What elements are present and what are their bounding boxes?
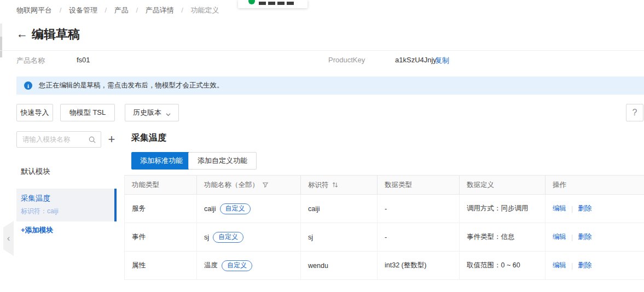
header-data-type: 数据类型: [377, 176, 459, 194]
cell-identifier: wendu: [300, 252, 377, 279]
cell-feature-name: caiji 自定义: [196, 195, 300, 223]
filter-icon[interactable]: [262, 182, 269, 188]
table-row: 服务 caiji 自定义 caiji - 调用方式：同步调用 编辑 | 删除: [125, 195, 644, 223]
cell-data-type: -: [377, 223, 459, 251]
cell-data-type: -: [377, 195, 459, 223]
draft-info-banner: i 您正在编辑的是草稿，需点击发布后，物模型才会正式生效。: [16, 77, 644, 95]
add-module-link[interactable]: +添加模块: [16, 225, 117, 235]
header-actions: 操作: [545, 176, 644, 194]
breadcrumb-separator: /: [60, 6, 62, 14]
cell-actions: 编辑 | 删除: [545, 252, 644, 279]
breadcrumb-separator: /: [105, 6, 107, 14]
custom-badge: 自定义: [222, 260, 252, 271]
cell-data-definition: 事件类型：信息: [459, 223, 545, 251]
cell-data-definition: 取值范围：0 ~ 60: [459, 252, 545, 279]
breadcrumb-separator: /: [181, 6, 183, 14]
custom-badge: 自定义: [213, 232, 243, 243]
delete-link[interactable]: 删除: [578, 261, 591, 270]
copy-productkey-link[interactable]: 复制: [435, 56, 449, 66]
edit-link[interactable]: 编辑: [553, 232, 566, 242]
action-divider: |: [571, 205, 573, 213]
tsl-button[interactable]: 物模型 TSL: [60, 104, 115, 121]
header-divider: [0, 50, 644, 51]
cell-actions: 编辑 | 删除: [545, 195, 644, 223]
custom-badge: 自定义: [220, 203, 251, 214]
page: 物联网平台 / 设备管理 / 产品 / 产品详情 / 功能定义 ← 编辑草稿 产…: [0, 0, 644, 292]
module-identifier: 标识符：caiji: [21, 207, 117, 216]
history-version-label: 历史版本: [133, 108, 161, 118]
header-feature-name: 功能名称（全部）: [196, 176, 300, 194]
history-version-button[interactable]: 历史版本: [125, 104, 179, 121]
info-icon: i: [24, 81, 32, 90]
delete-link[interactable]: 删除: [578, 204, 591, 213]
cell-feature-name: sj 自定义: [196, 223, 300, 251]
clipped-text-mark: [287, 2, 294, 5]
module-title: 采集温度: [131, 132, 166, 144]
breadcrumb-separator: /: [136, 6, 138, 14]
product-key-label: ProductKey: [328, 56, 365, 64]
breadcrumb-item-product[interactable]: 产品: [114, 6, 129, 14]
sidebar-item-selected-module[interactable]: 采集温度 标识符：caiji: [16, 189, 117, 221]
product-name-value: fs01: [77, 56, 90, 64]
product-name-label: 产品名称: [16, 56, 45, 66]
breadcrumb-item-device-mgmt[interactable]: 设备管理: [69, 6, 97, 14]
header-data-definition: 数据定义: [459, 176, 545, 194]
cell-feature-type: 属性: [125, 252, 196, 279]
cell-data-definition: 调用方式：同步调用: [459, 195, 545, 223]
breadcrumb-item-feature-def: 功能定义: [191, 6, 219, 14]
cell-data-type: int32 (整数型): [377, 252, 459, 279]
chevron-down-icon: [166, 110, 171, 115]
sidebar-collapse-handle[interactable]: ‹: [3, 221, 14, 256]
clipped-text-mark: [268, 2, 275, 5]
cell-feature-type: 事件: [125, 223, 196, 251]
clipped-text-mark: [259, 2, 266, 5]
cell-feature-name: 温度 自定义: [196, 252, 300, 279]
cell-actions: 编辑 | 删除: [545, 223, 644, 251]
sort-icon[interactable]: [332, 182, 338, 188]
banner-text: 您正在编辑的是草稿，需点击发布后，物模型才会正式生效。: [39, 81, 224, 90]
cell-feature-type: 服务: [125, 195, 196, 223]
back-arrow-icon[interactable]: ←: [16, 27, 28, 40]
add-module-plus-button[interactable]: +: [106, 132, 118, 147]
module-name: 采集温度: [21, 194, 117, 203]
module-search-box: [16, 131, 101, 148]
cell-identifier: caiji: [300, 195, 377, 223]
feature-table: 功能类型 功能名称（全部） 标识符 数据类型 数据定义 操作 服务 caiji: [124, 175, 644, 280]
edit-link[interactable]: 编辑: [553, 204, 566, 213]
help-button[interactable]: ?: [626, 104, 643, 121]
header-feature-type: 功能类型: [125, 176, 196, 194]
cell-identifier: sj: [300, 223, 377, 251]
table-row: 事件 sj 自定义 sj - 事件类型：信息 编辑 | 删除: [125, 223, 644, 252]
edit-link[interactable]: 编辑: [553, 261, 566, 270]
product-key-value: a1kSzU4Jnjy: [395, 56, 437, 64]
add-custom-feature-button[interactable]: 添加自定义功能: [188, 152, 257, 170]
table-row: 属性 温度 自定义 wendu int32 (整数型) 取值范围：0 ~ 60 …: [125, 252, 644, 280]
delete-link[interactable]: 删除: [578, 232, 591, 242]
selected-indicator-bar: [114, 189, 117, 221]
action-divider: |: [571, 233, 573, 241]
left-scrollbar-sliver: [0, 24, 2, 57]
partial-toast: [238, 0, 308, 8]
table-header-row: 功能类型 功能名称（全部） 标识符 数据类型 数据定义 操作: [125, 175, 644, 195]
add-standard-feature-button[interactable]: 添加标准功能: [131, 152, 192, 170]
module-search-input[interactable]: [17, 132, 85, 147]
quick-import-button[interactable]: 快速导入: [16, 104, 53, 121]
page-title: 编辑草稿: [32, 26, 80, 43]
search-icon[interactable]: [88, 136, 96, 146]
breadcrumb: 物联网平台 / 设备管理 / 产品 / 产品详情 / 功能定义: [16, 5, 225, 15]
action-divider: |: [571, 262, 573, 270]
breadcrumb-item-platform[interactable]: 物联网平台: [16, 6, 52, 14]
header-identifier: 标识符: [300, 176, 377, 194]
green-status-icon: [248, 0, 255, 4]
sidebar-item-default-module[interactable]: 默认模块: [16, 163, 117, 180]
breadcrumb-item-product-detail[interactable]: 产品详情: [146, 6, 174, 14]
clipped-text-mark: [277, 2, 285, 5]
